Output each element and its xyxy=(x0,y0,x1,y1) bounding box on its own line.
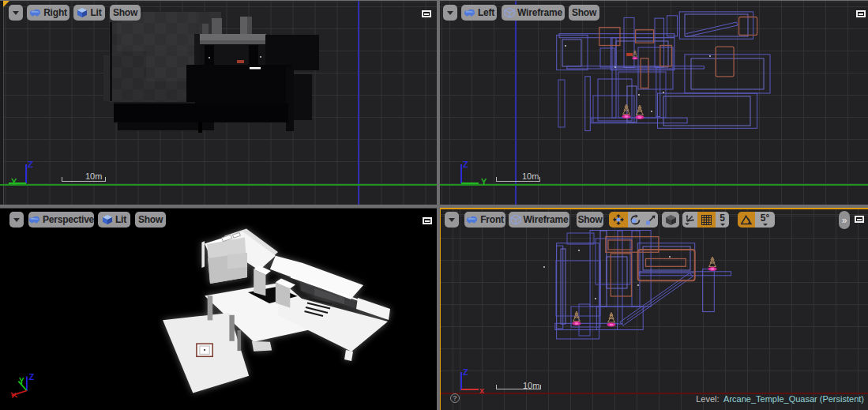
svg-text:Z: Z xyxy=(29,372,35,382)
svg-text:Y: Y xyxy=(19,377,24,386)
